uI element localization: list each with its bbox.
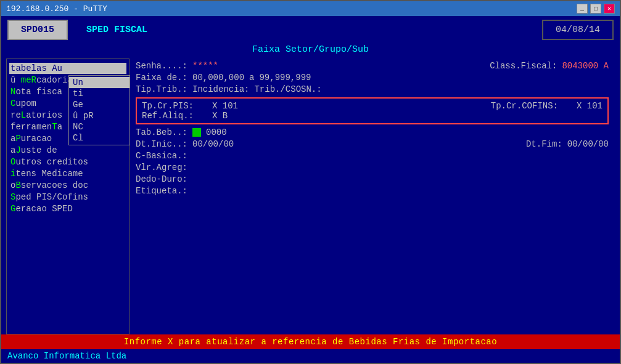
title-bar: 192.168.0.250 - PuTTY _ □ ✕ (1, 1, 620, 16)
faixa-a: a (249, 73, 254, 83)
vlr-agreg-label: Vlr.Agreg: (136, 163, 187, 172)
highlight-box: Tp.Cr.PIS: X 101 Tp.Cr.COFINS: X 101 Ref… (136, 97, 609, 124)
sidebar-item-geracao[interactable]: Geracao SPED (9, 203, 126, 214)
status-red: Informe X para atualizar a referencia de… (1, 334, 620, 349)
sidebar-item-nota-label: Nota fisca (10, 87, 62, 97)
popup-item-ti[interactable]: ti (69, 88, 130, 99)
class-fiscal-label: Class.Fiscal: (490, 61, 557, 71)
sidebar-item-mercadoria-label: û meRcadoria (10, 75, 73, 85)
faixa-from: 00,000,000 (192, 73, 244, 83)
right-area: Senha....: ***** Class.Fiscal: 8043000 A… (130, 59, 615, 334)
sidebar-item-sped-label: Sped PIS/Cofins (10, 192, 88, 202)
sidebar-item-tabelas-label: tabelas Au (10, 63, 62, 73)
dt-inic-row: Dt.Inic..: 00/00/00 Dt.Fim: 00/00/00 (136, 139, 609, 149)
popup-item-un[interactable]: Un (69, 77, 130, 88)
tp-cr-cofins-label: Tp.Cr.COFINS: (491, 101, 558, 111)
tp-cr-cofins-value: X 101 (577, 101, 602, 111)
popup-item-pr[interactable]: û pR (69, 110, 130, 121)
ref-aliq-value: X B (212, 111, 228, 121)
tab-beb-label: Tab.Beb..: (136, 127, 187, 137)
sidebar-item-itens-label: itens Medicame (10, 169, 83, 179)
c-basica-label: C-Basica.: (136, 151, 187, 161)
title-bar-text: 192.168.0.250 - PuTTY (6, 4, 107, 14)
sidebar-item-outros[interactable]: Outros creditos (9, 156, 126, 168)
faixa-title: Faixa Setor/Grupo/Sub (1, 43, 620, 56)
sidebar-item-ferramentas-label: ferramenTa (10, 122, 62, 132)
title-label: 192.168.0.250 - PuTTY (6, 4, 107, 14)
header-bar: SPD015 SPED FISCAL 04/08/14 (1, 16, 620, 43)
ref-aliq-label: Ref.Aliq.: (142, 111, 194, 121)
incidencia-label: Incidencia: (192, 84, 249, 94)
tp-cr-pis-label: Tp.Cr.PIS: (142, 101, 194, 111)
sidebar-item-sped-pis[interactable]: Sped PIS/Cofins (9, 192, 126, 203)
tip-trib-label: Tip.Trib.: (136, 84, 187, 94)
vlr-agreg-row: Vlr.Agreg: (136, 163, 609, 172)
senha-label: Senha....: (136, 61, 187, 71)
senha-row: Senha....: ***** Class.Fiscal: 8043000 A (136, 61, 609, 71)
sidebar-item-itens[interactable]: itens Medicame (9, 168, 126, 179)
trib-csosn-label: Trib./CSOSN.: (254, 84, 321, 94)
main-content: SPD015 SPED FISCAL 04/08/14 Faixa Setor/… (1, 16, 620, 363)
tip-trib-row: Tip.Trib.: Incidencia: Trib./CSOSN.: (136, 84, 609, 94)
tp-cr-row: Tp.Cr.PIS: X 101 Tp.Cr.COFINS: X 101 (142, 101, 602, 111)
spd-code: SPD015 (7, 20, 68, 40)
sidebar-item-geracao-label: Geracao SPED (10, 204, 73, 214)
sidebar-item-cupom-label: Cupom (10, 99, 36, 108)
popup-item-ge[interactable]: Ge (69, 99, 130, 110)
tp-cr-pis-value: X 101 (212, 101, 238, 111)
sped-label: SPED FISCAL (74, 21, 542, 39)
faixa-row: Faixa de.: 00,000,000 a 99,999,999 (136, 73, 609, 83)
dt-inic-label: Dt.Inic..: (136, 139, 187, 149)
class-fiscal-value: 8043000 A (562, 61, 609, 71)
c-basica-row: C-Basica.: (136, 151, 609, 161)
faixa-label: Faixa de.: (136, 73, 187, 83)
faixa-to: 99,999,999 (259, 73, 311, 83)
dt-fim-value: 00/00/00 (567, 139, 609, 149)
sidebar-item-observacoes[interactable]: oBservacoes doc (9, 180, 126, 191)
body-area: tabelas Au û meRcadoria Nota fisca Cupom… (1, 59, 620, 334)
dt-fim-label: Dt.Fim: (526, 139, 562, 149)
senha-value: ***** (192, 61, 218, 71)
sidebar-item-observacoes-label: oBservacoes doc (10, 180, 88, 190)
dedo-duro-row: Dedo-Duro: (136, 174, 609, 184)
ref-aliq-row: Ref.Aliq.: X B (142, 111, 602, 121)
popup-item-nc[interactable]: NC (69, 121, 130, 132)
sidebar-item-outros-label: Outros creditos (10, 157, 88, 167)
popup-item-cl[interactable]: Cl (69, 132, 130, 144)
green-indicator (192, 128, 201, 137)
sidebar: tabelas Au û meRcadoria Nota fisca Cupom… (6, 59, 130, 334)
tab-beb-value: 0000 (206, 127, 227, 137)
sidebar-item-tabelas[interactable]: tabelas Au (9, 63, 126, 74)
title-bar-buttons: _ □ ✕ (577, 4, 615, 14)
sidebar-item-ajuste-label: aJuste de (10, 145, 57, 155)
close-button[interactable]: ✕ (604, 4, 615, 14)
bottom-area: Informe X para atualizar a referencia de… (1, 334, 620, 363)
dt-inic-value: 00/00/00 (192, 139, 234, 149)
sidebar-item-apuracao-label: aPuracao (10, 134, 52, 144)
status-bottom: Avanco Informatica Ltda (1, 349, 620, 363)
maximize-button[interactable]: □ (590, 4, 601, 14)
sidebar-item-relatorios-label: reLatorios (10, 110, 62, 120)
window: 192.168.0.250 - PuTTY _ □ ✕ SPD015 SPED … (0, 0, 621, 364)
etiqueta-row: Etiqueta.: (136, 186, 609, 196)
sidebar-popup: Un ti Ge û pR NC Cl (68, 75, 130, 145)
etiqueta-label: Etiqueta.: (136, 186, 187, 196)
header-date: 04/08/14 (542, 20, 614, 40)
sidebar-item-ajuste[interactable]: aJuste de (9, 145, 126, 156)
dedo-duro-label: Dedo-Duro: (136, 174, 187, 184)
tab-beb-row: Tab.Beb..: 0000 (136, 127, 609, 137)
minimize-button[interactable]: _ (577, 4, 588, 14)
